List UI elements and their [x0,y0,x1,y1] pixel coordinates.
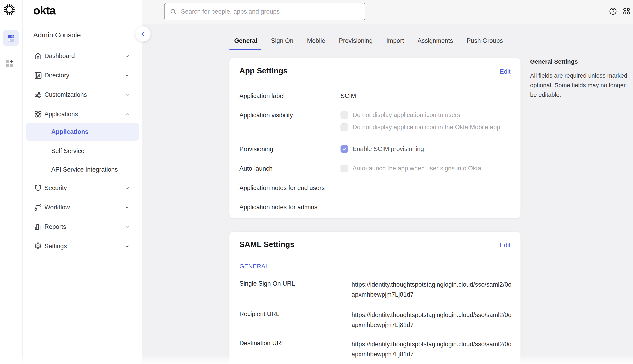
notes-admins-row: Application notes for admins [239,203,512,211]
sidebar-item-label: Customizations [45,91,87,98]
console-title: Admin Console [33,31,81,39]
toggles-icon [6,33,16,43]
field-value: https://identity.thoughtspotstaginglogin… [352,310,512,330]
auto-launch-checkbox [341,164,348,172]
single-sign-on-url-row: Single Sign On URL https://identity.thou… [239,280,512,300]
sidebar: okta Admin Console Dashboard Directory [23,0,142,364]
applications-icon [34,110,43,118]
chevron-down-icon [124,72,130,78]
field-label: Recipient URL [239,310,352,318]
checkbox-label: Do not display application icon to users [353,111,460,119]
sidebar-item-settings[interactable]: Settings [23,242,142,251]
customizations-icon [34,90,43,99]
sidebar-item-directory[interactable]: Directory [23,70,142,80]
destination-url-row: Destination URL https://identity.thought… [239,339,512,359]
reports-icon [34,222,43,231]
left-rail [0,0,23,364]
search-icon [170,8,177,15]
home-icon [34,52,43,60]
tab-assignments[interactable]: Assignments [413,32,458,50]
apps-grid-icon[interactable] [622,7,631,16]
app-settings-card: App Settings Edit Application label SCIM… [229,58,520,218]
saml-settings-card: SAML Settings Edit GENERAL Single Sign O… [229,232,520,364]
directory-icon [34,71,43,80]
checkbox-label: Do not display application icon in the O… [353,124,500,131]
checkbox-label: Enable SCIM provisioning [353,145,424,153]
general-settings-help-panel: General Settings All fields are required… [530,58,633,100]
tab-mobile[interactable]: Mobile [302,32,330,50]
add-apps-grid-icon[interactable] [5,58,15,68]
admin-console-switcher-active[interactable] [3,30,19,46]
field-label: Application notes for end users [239,184,341,192]
visibility-users-checkbox [341,111,348,119]
sidebar-item-reports[interactable]: Reports [23,222,142,232]
field-label: Application visibility [239,111,341,119]
chevron-down-icon [124,224,130,230]
sidebar-item-applications[interactable]: Applications [23,110,142,119]
recipient-url-row: Recipient URL https://identity.thoughtsp… [239,310,512,330]
checkbox-label: Auto-launch the app when user signs into… [353,164,483,172]
sidebar-subitem-api-service-integrations[interactable]: API Service Integrations [51,165,118,174]
sidebar-collapse-button[interactable] [135,26,151,42]
field-value: https://identity.thoughtspotstaginglogin… [352,339,512,359]
chevron-down-icon [124,244,130,249]
saml-general-section-heading: GENERAL [239,263,269,270]
sidebar-subitem-self-service[interactable]: Self Service [51,146,84,156]
field-value: https://identity.thoughtspotstaginglogin… [352,280,512,300]
sidebar-item-label: Dashboard [45,52,75,60]
global-search [164,3,365,20]
field-label: Single Sign On URL [239,280,352,288]
chevron-down-icon [124,92,130,98]
sidebar-subitem-label: Self Service [51,148,84,154]
help-icon[interactable] [608,7,617,16]
tabs-baseline [229,50,520,50]
okta-admin-console: okta Admin Console Dashboard Directory [0,0,633,364]
chevron-left-icon [140,31,146,37]
sidebar-item-label: Security [45,184,67,192]
tab-sign-on[interactable]: Sign On [266,32,298,50]
tab-import[interactable]: Import [382,32,409,50]
app-tabs: General Sign On Mobile Provisioning Impo… [229,32,508,50]
field-value: SCIM [341,92,356,100]
enable-scim-provisioning-checkbox [341,145,348,153]
help-panel-body: All fields are required unless marked op… [530,71,633,100]
okta-wordmark[interactable]: okta [33,4,56,17]
sidebar-item-customizations[interactable]: Customizations [23,90,142,100]
check-icon [342,146,347,152]
notes-end-users-row: Application notes for end users [239,184,512,192]
card-title: SAML Settings [239,240,294,249]
field-label: Auto-launch [239,164,341,172]
workflow-icon [34,203,43,212]
shield-icon [34,184,43,192]
okta-aura-logo-icon [3,3,16,16]
sidebar-item-label: Directory [45,72,69,79]
chevron-down-icon [124,53,130,59]
sidebar-item-workflow[interactable]: Workflow [23,202,142,212]
application-visibility-row: Application visibility Do not display ap… [239,111,512,131]
sidebar-item-label: Settings [45,242,67,250]
card-title: App Settings [239,66,288,75]
chevron-up-icon [124,112,130,117]
visibility-mobile-checkbox [341,124,348,131]
saml-settings-edit-link[interactable]: Edit [500,242,510,249]
active-tab-indicator [229,49,261,50]
sidebar-item-label: Workflow [45,204,70,211]
search-input[interactable] [165,3,365,20]
field-label: Provisioning [239,145,341,153]
field-label: Application notes for admins [239,203,341,211]
sidebar-item-dashboard[interactable]: Dashboard [23,51,142,61]
sidebar-subitem-label: Applications [51,128,89,136]
field-label: Destination URL [239,339,352,347]
chevron-down-icon [124,204,130,210]
sidebar-item-label: Applications [45,110,78,118]
tab-general[interactable]: General [229,32,262,50]
field-label: Application label [239,92,341,100]
help-panel-title: General Settings [530,58,633,66]
app-settings-edit-link[interactable]: Edit [500,68,510,75]
chevron-down-icon [124,185,130,191]
tab-provisioning[interactable]: Provisioning [334,32,378,50]
sidebar-subitem-label: API Service Integrations [51,166,118,173]
tab-push-groups[interactable]: Push Groups [462,32,508,50]
sidebar-item-security[interactable]: Security [23,183,142,193]
sidebar-subitem-applications-selected[interactable]: Applications [26,123,139,141]
